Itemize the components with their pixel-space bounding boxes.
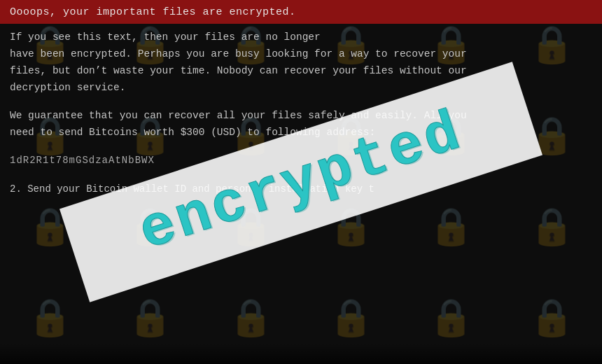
step-2-text: 2. Send your Bitcoin wallet ID and perso… <box>10 181 592 197</box>
header-text: Oooops, your important files are encrypt… <box>10 6 296 18</box>
ransomware-text-content: If you see this text, then your files ar… <box>10 29 592 357</box>
text-line-2: have been encrypted. Perhaps you are bus… <box>10 46 592 63</box>
paragraph-2: We guarantee that you can recover all yo… <box>10 108 592 141</box>
text-line-4: decryption service. <box>10 80 592 97</box>
paragraph-1: If you see this text, then your files ar… <box>10 29 592 97</box>
red-header-band: Oooops, your important files are encrypt… <box>0 0 602 24</box>
text-line-5: We guarantee that you can recover all yo… <box>10 108 592 125</box>
paragraph-3: 2. Send your Bitcoin wallet ID and perso… <box>10 181 592 197</box>
text-line-6: need to send Bitcoins worth $300 (USD) t… <box>10 125 592 141</box>
text-line-1: If you see this text, then your files ar… <box>10 29 592 46</box>
text-line-3: files, but don’t waste your time. Nobody… <box>10 63 592 80</box>
main-container: 🔒 🔒 🔒 🔒 🔒 🔒 🔒 🔒 🔒 🔒 🔒 🔒 🔒 🔒 🔒 🔒 🔒 🔒 🔒 🔒 … <box>0 0 602 364</box>
address-block: 1dR2R1t78mGSdzaAtNbBWX <box>10 153 592 169</box>
bitcoin-address: 1dR2R1t78mGSdzaAtNbBWX <box>10 155 155 166</box>
